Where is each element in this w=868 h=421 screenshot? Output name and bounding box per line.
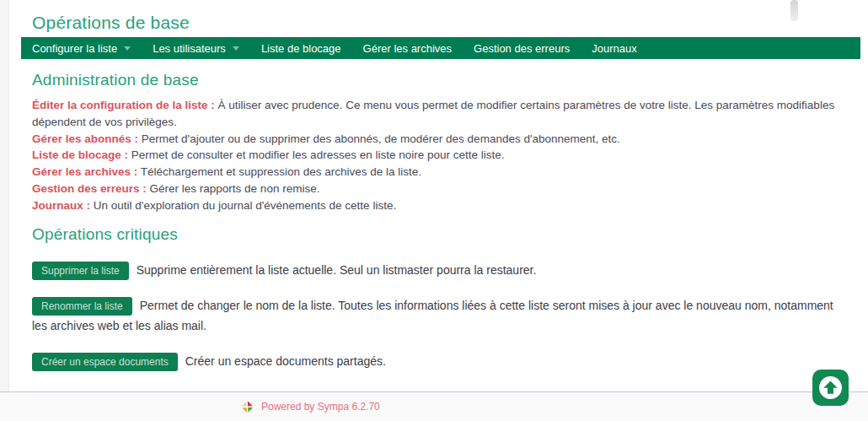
powered-by-link[interactable]: Powered by Sympa 6.2.70 bbox=[261, 401, 380, 413]
critical-action-description: Permet de changer le nom de la liste. To… bbox=[32, 299, 833, 332]
chevron-down-icon bbox=[124, 46, 131, 51]
admin-operation-link[interactable]: Journaux : bbox=[32, 199, 90, 212]
admin-operation-link[interactable]: Liste de blocage : bbox=[32, 148, 128, 161]
critical-action-button[interactable]: Supprimer la liste bbox=[32, 262, 129, 280]
back-to-top-button[interactable] bbox=[812, 370, 849, 406]
menu-item-label: Gestion des erreurs bbox=[474, 42, 570, 55]
admin-operation-description: Permet d'ajouter ou de supprimer des abo… bbox=[138, 132, 620, 145]
admin-operation-item: Gérer les archives : Téléchargement et s… bbox=[32, 164, 845, 181]
menu-item[interactable]: Liste de blocage bbox=[250, 37, 352, 59]
menu-item[interactable]: Les utilisateurs bbox=[142, 37, 250, 59]
admin-operation-description: Téléchargement et suppression des archiv… bbox=[137, 165, 421, 178]
critical-action-row: Créer un espace documentsCréer un espace… bbox=[32, 351, 845, 371]
arrow-up-icon bbox=[812, 370, 849, 406]
footer: Powered by Sympa 6.2.70 bbox=[0, 391, 868, 421]
menubar: Configurer la liste Les utilisateurs Lis… bbox=[21, 37, 860, 59]
critical-action-row: Supprimer la listeSupprime entièrement l… bbox=[32, 260, 845, 280]
admin-operation-description: Permet de consulter et modifier les adre… bbox=[128, 148, 504, 161]
critical-action-button[interactable]: Renommer la liste bbox=[32, 297, 132, 316]
menu-item[interactable]: Gérer les archives bbox=[352, 37, 463, 59]
critical-action-row: Renommer la listePermet de changer le no… bbox=[32, 295, 845, 336]
admin-operation-link[interactable]: Gestion des erreurs : bbox=[32, 182, 147, 195]
critical-section-heading: Opérations critiques bbox=[32, 225, 845, 244]
menu-item[interactable]: Journaux bbox=[581, 37, 647, 59]
admin-operation-description: Un outil d'exploration du journal d'évén… bbox=[90, 199, 396, 212]
admin-operation-item: Gérer les abonnés : Permet d'ajouter ou … bbox=[32, 131, 845, 148]
page: Opérations de base Configurer la liste L… bbox=[0, 0, 868, 421]
admin-operation-item: Gestion des erreurs : Gérer les rapports… bbox=[32, 181, 845, 197]
footer-content: Powered by Sympa 6.2.70 bbox=[240, 400, 380, 414]
left-gutter bbox=[0, 0, 9, 391]
admin-operation-item: Liste de blocage : Permet de consulter e… bbox=[32, 147, 845, 164]
admin-operations-list: Éditer la configuration de la liste : À … bbox=[32, 97, 845, 214]
admin-operation-link[interactable]: Éditer la configuration de la liste : bbox=[32, 99, 215, 111]
critical-action-button[interactable]: Créer un espace documents bbox=[32, 353, 178, 371]
admin-operation-item: Journaux : Un outil d'exploration du jou… bbox=[32, 197, 845, 214]
admin-operation-link[interactable]: Gérer les abonnés : bbox=[32, 132, 138, 145]
menu-item-label: Les utilisateurs bbox=[153, 42, 226, 55]
chevron-down-icon bbox=[233, 46, 239, 51]
menu-item-label: Liste de blocage bbox=[261, 42, 341, 55]
sympa-pinwheel-logo-icon bbox=[240, 400, 255, 414]
menu-item[interactable]: Configurer la liste bbox=[21, 37, 142, 59]
page-title: Opérations de base bbox=[32, 13, 190, 33]
critical-action-description: Créer un espace documents partagés. bbox=[185, 354, 386, 368]
admin-section-heading: Administration de base bbox=[32, 71, 845, 89]
admin-operation-description: Gérer les rapports de non remise. bbox=[147, 182, 320, 195]
menu-item[interactable]: Gestion des erreurs bbox=[463, 37, 581, 59]
menu-item-label: Journaux bbox=[592, 42, 636, 55]
critical-action-description: Supprime entièrement la liste actuelle. … bbox=[137, 263, 537, 277]
menu-item-label: Configurer la liste bbox=[32, 42, 117, 55]
menu-item-label: Gérer les archives bbox=[363, 42, 452, 55]
main-content: Administration de base Éditer la configu… bbox=[32, 59, 845, 386]
admin-operation-link[interactable]: Gérer les archives : bbox=[32, 165, 137, 178]
critical-actions: Supprimer la listeSupprime entièrement l… bbox=[32, 260, 845, 372]
scrollbar-thumb[interactable] bbox=[790, 0, 798, 21]
admin-operation-item: Éditer la configuration de la liste : À … bbox=[32, 97, 845, 131]
